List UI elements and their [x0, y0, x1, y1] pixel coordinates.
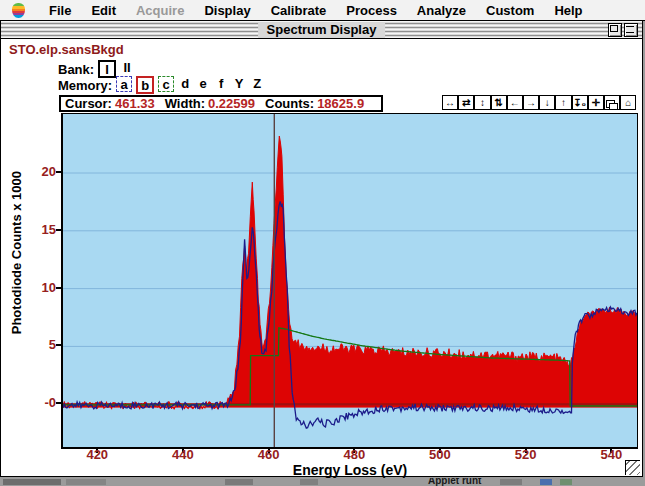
counts-value: 18625.9	[317, 96, 364, 111]
cursor-label: Cursor:	[65, 96, 112, 111]
desktop-strip: Applet runt	[0, 478, 645, 486]
window-title-bar[interactable]: Spectrum Display	[1, 21, 642, 39]
background-window-fragment	[3, 479, 61, 485]
memory-f[interactable]: f	[214, 76, 228, 90]
memory-y[interactable]: Y	[232, 76, 246, 90]
cursor-readout-bar: Cursor:461.33 Width:0.22599 Counts:18625…	[59, 95, 383, 112]
menu-bar: FileEditAcquireDisplayCalibrateProcessAn…	[0, 0, 645, 21]
y-axis-title: Photodiode Counts x 1000	[9, 171, 24, 334]
screen: FileEditAcquireDisplayCalibrateProcessAn…	[0, 0, 645, 486]
background-window-fragment	[225, 479, 253, 485]
y-tick	[56, 402, 61, 404]
menu-calibrate[interactable]: Calibrate	[261, 3, 337, 18]
apple-menu-icon[interactable]	[12, 3, 25, 18]
y-tick-label: 20	[18, 164, 56, 179]
menu-help[interactable]: Help	[544, 3, 592, 18]
full-range-button[interactable]: ✛	[588, 95, 604, 110]
menu-process[interactable]: Process	[336, 3, 407, 18]
y-tick-label: -0	[18, 395, 56, 410]
cursor-value: 461.33	[115, 96, 155, 111]
menu-acquire: Acquire	[126, 3, 194, 18]
y-tick	[56, 171, 61, 173]
width-label: Width:	[165, 96, 205, 111]
background-window-fragment	[66, 479, 106, 485]
memory-z[interactable]: Z	[250, 76, 264, 90]
pan-right-button[interactable]: →	[523, 95, 539, 110]
expand-horizontal-button[interactable]: ↔	[442, 95, 458, 110]
memory-b[interactable]: b	[136, 76, 154, 94]
background-window-fragment	[560, 479, 572, 485]
compress-horizontal-button[interactable]: ⇄	[458, 95, 474, 110]
memory-c[interactable]: c	[158, 76, 174, 92]
background-window-label: Applet runt	[428, 478, 481, 486]
background-window-fragment	[500, 479, 522, 485]
x-axis-title: Energy Loss (eV)	[63, 462, 637, 478]
bank-ii[interactable]: II	[120, 60, 134, 74]
window-title: Spectrum Display	[258, 22, 386, 38]
memory-row: Memory: abcdefYZ	[58, 76, 264, 94]
menu-analyze[interactable]: Analyze	[407, 3, 476, 18]
x-tick-label: 520	[506, 447, 546, 462]
x-tick-label: 420	[77, 447, 117, 462]
menu-file[interactable]: File	[39, 3, 81, 18]
red-spectrum	[63, 136, 637, 409]
pan-left-button[interactable]: ←	[507, 95, 523, 110]
spectrum-plot-svg	[63, 114, 637, 447]
background-window-fragment	[540, 479, 552, 485]
y-tick	[56, 344, 61, 346]
spectrum-filename: STO.elp.sansBkgd	[9, 42, 124, 57]
counts-label: Counts:	[265, 96, 314, 111]
window-resize-grip[interactable]	[625, 460, 640, 475]
menu-display[interactable]: Display	[194, 3, 260, 18]
x-tick-label: 480	[334, 447, 374, 462]
spectrum-plot[interactable]	[61, 113, 638, 449]
memory-a[interactable]: a	[116, 76, 132, 92]
expand-vertical-button[interactable]: ↕	[474, 95, 490, 110]
background-window-fragment	[300, 479, 318, 485]
y-tick-label: 15	[18, 222, 56, 237]
overlapping-windows-icon	[606, 100, 615, 108]
menu-custom[interactable]: Custom	[476, 3, 544, 18]
x-tick-label: 460	[249, 447, 289, 462]
memory-e[interactable]: e	[196, 76, 210, 90]
y-tick-label: 10	[18, 280, 56, 295]
y-tick	[56, 229, 61, 231]
menu-edit[interactable]: Edit	[81, 3, 126, 18]
pan-up-button[interactable]: ↑	[555, 95, 571, 110]
copy-window-button[interactable]	[604, 95, 620, 110]
compress-vertical-button[interactable]: ⇅	[491, 95, 507, 110]
pan-down-button[interactable]: ↓	[539, 95, 555, 110]
x-tick-label: 500	[420, 447, 460, 462]
home-display-button[interactable]: ⌂	[620, 95, 636, 110]
spectrum-display-window: Spectrum Display STO.elp.sansBkgd Bank: …	[0, 20, 643, 477]
zoom-box-button[interactable]	[608, 23, 622, 37]
y-tick	[56, 287, 61, 289]
collapse-box-button[interactable]	[624, 23, 638, 37]
snap-to-zero-button[interactable]: ↧₀	[572, 95, 588, 110]
memory-d[interactable]: d	[178, 76, 192, 90]
bank-label: Bank:	[58, 62, 94, 77]
display-toolbar: ↔⇄↕⇅←→↓↑↧₀✛⌂	[442, 95, 636, 112]
memory-selector: abcdefYZ	[116, 76, 264, 94]
menu-items: FileEditAcquireDisplayCalibrateProcessAn…	[39, 3, 593, 18]
memory-label: Memory:	[58, 78, 112, 93]
x-tick-label: 440	[163, 447, 203, 462]
width-value: 0.22599	[208, 96, 255, 111]
y-tick-label: 5	[18, 337, 56, 352]
